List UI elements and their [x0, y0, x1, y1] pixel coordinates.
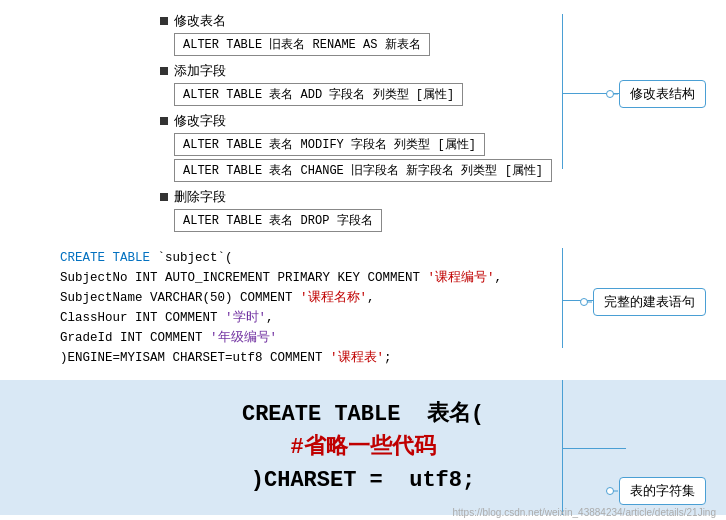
bullet-3 [160, 117, 168, 125]
code-modify-name: ALTER TABLE 旧表名 RENAME AS 新表名 [174, 33, 430, 56]
callout-charset: 表的字符集 [619, 477, 706, 505]
main-container: 修改表名 ALTER TABLE 旧表名 RENAME AS 新表名 添加字段 … [0, 0, 726, 520]
callout-charset-text: 表的字符集 [630, 483, 695, 498]
code-add-field: ALTER TABLE 表名 ADD 字段名 列类型 [属性] [174, 83, 463, 106]
delete-field-label: 删除字段 [160, 188, 226, 206]
code-token: )ENGINE=MYISAM CHARSET=utf8 COMMENT [60, 351, 330, 365]
code-line: SubjectNo INT AUTO_INCREMENT PRIMARY KEY… [60, 268, 726, 288]
label-modify-field: 修改字段 [174, 112, 226, 130]
big-code-line-1: CREATE TABLE 表名( [20, 398, 706, 431]
code-token: '课程名称' [300, 291, 367, 305]
callout-modify-structure-text: 修改表结构 [630, 86, 695, 101]
bullet-1 [160, 17, 168, 25]
label-add-field: 添加字段 [174, 62, 226, 80]
big-code-line-3: )CHARSET = utf8; [20, 464, 706, 497]
code-line: GradeId INT COMMENT '年级编号' [60, 328, 726, 348]
delete-field-item: 删除字段 ALTER TABLE 表名 DROP 字段名 [160, 188, 726, 232]
code-token: , [266, 311, 274, 325]
callout-complete-sql: 完整的建表语句 [593, 288, 706, 316]
vertical-connector-top [562, 14, 563, 169]
code-token: '年级编号' [210, 331, 277, 345]
code-line: )ENGINE=MYISAM CHARSET=utf8 COMMENT '课程表… [60, 348, 726, 368]
code-modify-field-1: ALTER TABLE 表名 MODIFY 字段名 列类型 [属性] [174, 133, 485, 156]
callout-dot-1 [606, 90, 614, 98]
watermark: https://blog.csdn.net/weixin_43884234/ar… [452, 507, 716, 518]
code-line: CREATE TABLE `subject`( [60, 248, 726, 268]
horiz-connector-bot [563, 448, 626, 449]
code-token: ClassHour INT COMMENT [60, 311, 225, 325]
middle-section: CREATE TABLE `subject`( SubjectNo INT AU… [0, 248, 726, 368]
callout-modify-structure: 修改表结构 [619, 80, 706, 108]
code-token: `subject`( [158, 251, 233, 265]
bottom-section: CREATE TABLE 表名( #省略一些代码 )CHARSET = utf8… [0, 380, 726, 515]
callout-dot-3 [606, 487, 614, 495]
bullet-2 [160, 67, 168, 75]
code-token: CREATE TABLE [60, 251, 158, 265]
label-modify-name: 修改表名 [174, 12, 226, 30]
modify-field-item: 修改字段 ALTER TABLE 表名 MODIFY 字段名 列类型 [属性] … [160, 112, 726, 182]
callout-complete-sql-text: 完整的建表语句 [604, 294, 695, 309]
callout-dot-2 [580, 298, 588, 306]
modify-name-label: 修改表名 [160, 12, 226, 30]
code-token: '学时' [225, 311, 266, 325]
top-section: 修改表名 ALTER TABLE 旧表名 RENAME AS 新表名 添加字段 … [0, 0, 726, 232]
code-token: , [495, 271, 503, 285]
code-token: ; [384, 351, 392, 365]
code-token: '课程表' [330, 351, 384, 365]
code-token: '课程编号' [428, 271, 495, 285]
add-field-label: 添加字段 [160, 62, 226, 80]
code-token: GradeId INT COMMENT [60, 331, 210, 345]
code-token: , [367, 291, 375, 305]
code-token: SubjectNo INT AUTO_INCREMENT PRIMARY KEY… [60, 271, 428, 285]
code-delete-field: ALTER TABLE 表名 DROP 字段名 [174, 209, 382, 232]
code-token: SubjectName VARCHAR(50) COMMENT [60, 291, 300, 305]
label-delete-field: 删除字段 [174, 188, 226, 206]
vertical-connector-mid [562, 248, 563, 348]
modify-field-label: 修改字段 [160, 112, 226, 130]
modify-name-item: 修改表名 ALTER TABLE 旧表名 RENAME AS 新表名 [160, 12, 726, 56]
code-modify-field-2: ALTER TABLE 表名 CHANGE 旧字段名 新字段名 列类型 [属性] [174, 159, 552, 182]
bullet-4 [160, 193, 168, 201]
